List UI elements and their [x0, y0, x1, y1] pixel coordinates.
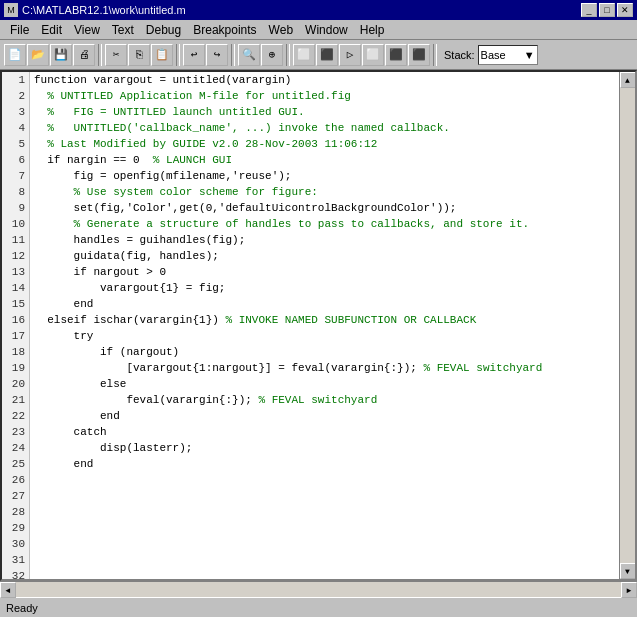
save-button[interactable]: 💾	[50, 44, 72, 66]
menu-window[interactable]: Window	[299, 22, 354, 38]
code-line: end	[34, 296, 615, 312]
line-number: 25	[6, 456, 25, 472]
scroll-right-button[interactable]: ►	[621, 582, 637, 598]
code-line: if nargin == 0 % LAUNCH GUI	[34, 152, 615, 168]
line-number: 30	[6, 536, 25, 552]
code-line: if (nargout)	[34, 344, 615, 360]
code-line: varargout{1} = fig;	[34, 280, 615, 296]
menu-view[interactable]: View	[68, 22, 106, 38]
scroll-up-button[interactable]: ▲	[620, 72, 636, 88]
line-number: 12	[6, 248, 25, 264]
code-line: [varargout{1:nargout}] = feval(varargin{…	[34, 360, 615, 376]
redo-button[interactable]: ↪	[206, 44, 228, 66]
line-numbers: 1234567891011121314151617181920212223242…	[2, 72, 30, 579]
line-number: 6	[6, 152, 25, 168]
code-line: function varargout = untitled(varargin)	[34, 72, 615, 88]
menu-debug[interactable]: Debug	[140, 22, 187, 38]
bp6-button[interactable]: ⬛	[408, 44, 430, 66]
new-button[interactable]: 📄	[4, 44, 26, 66]
line-number: 9	[6, 200, 25, 216]
scroll-down-button[interactable]: ▼	[620, 563, 636, 579]
code-line: end	[34, 456, 615, 472]
bp2-button[interactable]: ⬛	[316, 44, 338, 66]
line-number: 21	[6, 392, 25, 408]
line-number: 29	[6, 520, 25, 536]
separator-4	[286, 44, 290, 66]
line-number: 20	[6, 376, 25, 392]
code-line: % Last Modified by GUIDE v2.0 28-Nov-200…	[34, 136, 615, 152]
horizontal-scrollbar[interactable]: ◄ ►	[0, 581, 637, 597]
line-number: 23	[6, 424, 25, 440]
bp4-button[interactable]: ⬜	[362, 44, 384, 66]
undo-button[interactable]: ↩	[183, 44, 205, 66]
scroll-track-vertical[interactable]	[620, 88, 636, 563]
menu-help[interactable]: Help	[354, 22, 391, 38]
vertical-scrollbar[interactable]: ▲ ▼	[619, 72, 635, 579]
menu-web[interactable]: Web	[263, 22, 299, 38]
code-line: catch	[34, 424, 615, 440]
scroll-left-button[interactable]: ◄	[0, 582, 16, 598]
separator-1	[98, 44, 102, 66]
window-title: C:\MATLABR12.1\work\untitled.m	[22, 4, 186, 16]
line-number: 14	[6, 280, 25, 296]
line-number: 8	[6, 184, 25, 200]
status-bar: Ready	[0, 597, 637, 617]
line-number: 27	[6, 488, 25, 504]
find2-button[interactable]: ⊕	[261, 44, 283, 66]
line-number: 32	[6, 568, 25, 579]
close-button[interactable]: ✕	[617, 3, 633, 17]
line-number: 1	[6, 72, 25, 88]
menu-file[interactable]: File	[4, 22, 35, 38]
line-number: 17	[6, 328, 25, 344]
stack-dropdown[interactable]: Base ▼	[478, 45, 538, 65]
menu-edit[interactable]: Edit	[35, 22, 68, 38]
bp1-button[interactable]: ⬜	[293, 44, 315, 66]
editor-container[interactable]: 1234567891011121314151617181920212223242…	[0, 70, 637, 581]
line-number: 5	[6, 136, 25, 152]
code-line: % UNTITLED('callback_name', ...) invoke …	[34, 120, 615, 136]
code-line: fig = openfig(mfilename,'reuse');	[34, 168, 615, 184]
separator-5	[433, 44, 437, 66]
menu-breakpoints[interactable]: Breakpoints	[187, 22, 262, 38]
toolbar: 📄 📂 💾 🖨 ✂ ⎘ 📋 ↩ ↪ 🔍 ⊕ ⬜ ⬛ ▷ ⬜ ⬛ ⬛ Stack:…	[0, 40, 637, 70]
line-number: 7	[6, 168, 25, 184]
maximize-button[interactable]: □	[599, 3, 615, 17]
code-line: % UNTITLED Application M-file for untitl…	[34, 88, 615, 104]
copy-button[interactable]: ⎘	[128, 44, 150, 66]
find-button[interactable]: 🔍	[238, 44, 260, 66]
line-number: 4	[6, 120, 25, 136]
bp3-button[interactable]: ▷	[339, 44, 361, 66]
open-button[interactable]: 📂	[27, 44, 49, 66]
code-line: % Use system color scheme for figure:	[34, 184, 615, 200]
cut-button[interactable]: ✂	[105, 44, 127, 66]
line-number: 16	[6, 312, 25, 328]
stack-value: Base	[481, 49, 506, 61]
stack-label-group: Stack: Base ▼	[444, 45, 538, 65]
title-bar-left: M C:\MATLABR12.1\work\untitled.m	[4, 3, 186, 17]
line-number: 24	[6, 440, 25, 456]
scroll-track-horizontal[interactable]	[16, 582, 621, 597]
code-line: % FIG = UNTITLED launch untitled GUI.	[34, 104, 615, 120]
minimize-button[interactable]: _	[581, 3, 597, 17]
code-line: try	[34, 328, 615, 344]
menu-text[interactable]: Text	[106, 22, 140, 38]
line-number: 31	[6, 552, 25, 568]
line-number: 19	[6, 360, 25, 376]
line-number: 18	[6, 344, 25, 360]
app-icon: M	[4, 3, 18, 17]
separator-2	[176, 44, 180, 66]
line-number: 13	[6, 264, 25, 280]
paste-button[interactable]: 📋	[151, 44, 173, 66]
line-number: 22	[6, 408, 25, 424]
code-line: feval(varargin{:}); % FEVAL switchyard	[34, 392, 615, 408]
line-number: 10	[6, 216, 25, 232]
menu-bar: File Edit View Text Debug Breakpoints We…	[0, 20, 637, 40]
bp5-button[interactable]: ⬛	[385, 44, 407, 66]
print-button[interactable]: 🖨	[73, 44, 95, 66]
line-number: 3	[6, 104, 25, 120]
code-area[interactable]: function varargout = untitled(varargin) …	[30, 72, 619, 579]
code-line: disp(lasterr);	[34, 440, 615, 456]
editor-wrapper: 1234567891011121314151617181920212223242…	[0, 70, 637, 597]
title-bar-controls[interactable]: _ □ ✕	[581, 3, 633, 17]
code-line: set(fig,'Color',get(0,'defaultUicontrolB…	[34, 200, 615, 216]
